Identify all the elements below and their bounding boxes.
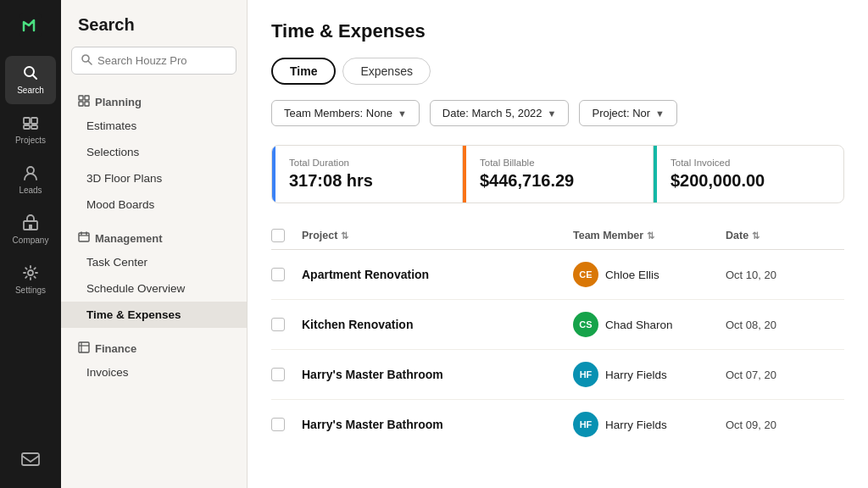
sidebar-search-icon — [81, 53, 92, 68]
sidebar-item-schedule-overview[interactable]: Schedule Overview — [61, 275, 247, 302]
svg-rect-14 — [79, 96, 83, 100]
stat-duration-label: Total Duration — [289, 158, 445, 168]
row-date: Oct 09, 20 — [726, 419, 844, 431]
filter-date[interactable]: Date: March 5, 2022 ▼ — [430, 100, 570, 126]
sort-project-icon[interactable]: ⇅ — [341, 230, 348, 241]
planning-section-label: Planning — [95, 96, 142, 108]
sidebar-item-floor-plans[interactable]: 3D Floor Plans — [61, 165, 247, 191]
th-checkbox — [271, 229, 302, 242]
nav-label-leads: Leads — [19, 186, 42, 196]
stat-bar-orange — [463, 146, 466, 202]
svg-rect-17 — [85, 102, 89, 106]
tabs-row: Time Expenses — [271, 58, 844, 85]
avatar: CE — [573, 262, 598, 287]
filter-team-members[interactable]: Team Members: None ▼ — [271, 100, 420, 126]
sidebar-item-task-center[interactable]: Task Center — [61, 249, 247, 275]
stat-bar-blue — [272, 146, 275, 202]
nav-messages-icon[interactable] — [21, 451, 40, 474]
table-header: Project ⇅ Team Member ⇅ Date ⇅ — [271, 222, 844, 250]
sidebar-search-box[interactable] — [71, 47, 236, 75]
svg-rect-22 — [79, 342, 89, 352]
sidebar-item-mood-boards[interactable]: Mood Boards — [61, 191, 247, 218]
svg-rect-11 — [22, 453, 39, 465]
app-logo — [15, 10, 46, 41]
th-date: Date ⇅ — [726, 229, 844, 242]
stat-billable-value: $446,716.29 — [480, 171, 636, 191]
stat-invoiced-label: Total Invoiced — [670, 158, 826, 168]
sidebar-section-finance: Finance — [61, 336, 247, 359]
sidebar-search-input[interactable] — [97, 54, 227, 67]
finance-section-icon — [78, 341, 90, 356]
svg-rect-5 — [24, 125, 30, 129]
chevron-down-icon: ▼ — [655, 108, 665, 119]
member-name: Harry Fields — [605, 419, 667, 431]
svg-rect-15 — [85, 96, 89, 100]
sidebar-section-management: Management — [61, 226, 247, 249]
page-title: Time & Expenses — [271, 20, 844, 42]
row-checkbox[interactable] — [271, 318, 285, 331]
row-checkbox[interactable] — [271, 368, 285, 381]
member-name: Harry Fields — [605, 369, 667, 381]
nav-item-company[interactable]: Company — [5, 206, 56, 254]
row-team-member: CS Chad Sharon — [573, 312, 726, 337]
row-checkbox[interactable] — [271, 268, 285, 281]
row-project: Harry's Master Bathroom — [302, 418, 573, 431]
stat-duration-value: 317:08 hrs — [289, 171, 445, 191]
row-project: Kitchen Renovation — [302, 318, 573, 331]
svg-line-13 — [88, 61, 92, 64]
finance-section-label: Finance — [95, 342, 136, 355]
sidebar-item-selections[interactable]: Selections — [61, 139, 247, 165]
tab-time[interactable]: Time — [271, 58, 336, 85]
planning-section-icon — [78, 95, 90, 109]
avatar: HF — [573, 412, 598, 437]
row-date: Oct 07, 20 — [726, 369, 844, 381]
stat-total-duration: Total Duration 317:08 hrs — [272, 146, 463, 202]
row-team-member: HF Harry Fields — [573, 362, 726, 387]
nav-item-search[interactable]: Search — [5, 56, 56, 104]
table-row: Apartment Renovation CE Chloe Ellis Oct … — [271, 250, 844, 300]
leads-nav-icon — [22, 164, 39, 184]
sidebar-item-estimates[interactable]: Estimates — [61, 113, 247, 139]
chevron-down-icon: ▼ — [548, 108, 557, 119]
filters-row: Team Members: None ▼ Date: March 5, 2022… — [271, 100, 844, 126]
avatar: HF — [573, 362, 598, 387]
nav-label-company: Company — [13, 236, 49, 246]
svg-rect-16 — [79, 102, 83, 106]
svg-rect-9 — [29, 225, 32, 230]
company-nav-icon — [22, 214, 39, 234]
nav-item-leads[interactable]: Leads — [5, 156, 56, 204]
tab-expenses[interactable]: Expenses — [342, 58, 430, 85]
row-date: Oct 08, 20 — [726, 319, 844, 331]
table-body: Apartment Renovation CE Chloe Ellis Oct … — [271, 250, 844, 449]
nav-item-projects[interactable]: Projects — [5, 106, 56, 154]
row-team-member: CE Chloe Ellis — [573, 262, 726, 287]
row-checkbox-cell — [271, 418, 302, 431]
search-nav-icon — [22, 64, 39, 84]
filter-project[interactable]: Project: Nor ▼ — [579, 100, 677, 126]
sidebar-item-time-expenses[interactable]: Time & Expenses — [61, 302, 247, 328]
stat-invoiced-value: $200,000.00 — [670, 171, 826, 191]
nav-item-settings[interactable]: Settings — [5, 256, 56, 304]
row-date: Oct 10, 20 — [726, 269, 844, 281]
stat-billable-label: Total Billable — [480, 158, 636, 168]
th-team-member: Team Member ⇅ — [573, 229, 726, 242]
main-content: Time & Expenses Time Expenses Team Membe… — [248, 0, 868, 488]
sidebar-title: Search — [61, 15, 247, 47]
sort-date-icon[interactable]: ⇅ — [752, 230, 760, 241]
svg-rect-18 — [79, 233, 89, 241]
sidebar-item-invoices[interactable]: Invoices — [61, 359, 247, 385]
table-row: Kitchen Renovation CS Chad Sharon Oct 08… — [271, 300, 844, 350]
row-checkbox-cell — [271, 368, 302, 381]
member-name: Chad Sharon — [605, 319, 673, 331]
svg-rect-3 — [24, 118, 30, 124]
select-all-checkbox[interactable] — [271, 229, 285, 242]
svg-point-7 — [27, 167, 34, 174]
row-checkbox[interactable] — [271, 418, 285, 431]
svg-point-10 — [28, 270, 33, 275]
stats-row: Total Duration 317:08 hrs Total Billable… — [271, 145, 844, 203]
svg-line-2 — [33, 75, 37, 80]
sort-team-member-icon[interactable]: ⇅ — [647, 230, 654, 241]
row-team-member: HF Harry Fields — [573, 412, 726, 437]
sidebar-section-planning: Planning — [61, 90, 247, 113]
svg-rect-4 — [31, 118, 37, 124]
